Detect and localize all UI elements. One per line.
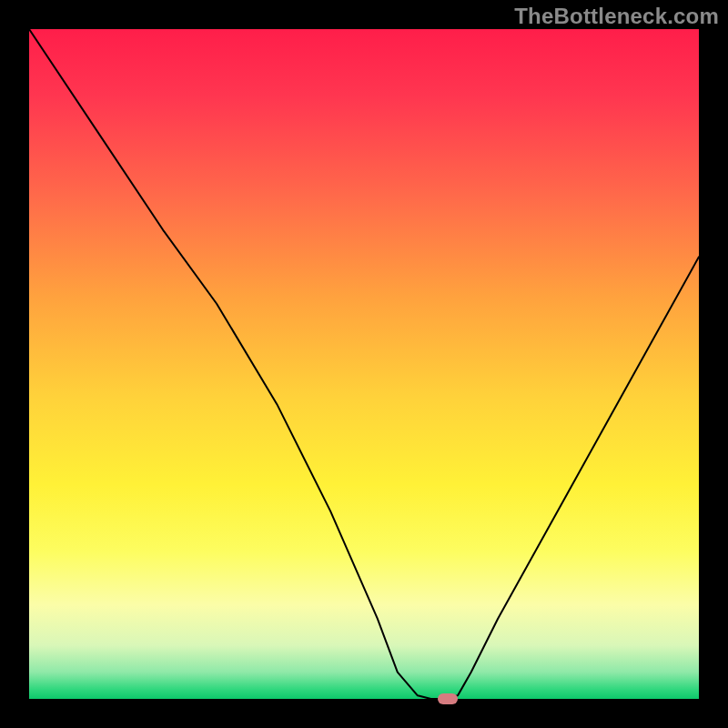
background-gradient	[29, 29, 699, 699]
watermark-text: TheBottleneck.com	[514, 4, 719, 29]
svg-rect-0	[29, 29, 699, 699]
plot-area: #curvePath { stroke-width: 2px; }	[29, 29, 699, 699]
minimum-marker	[438, 693, 458, 704]
chart-frame: TheBottleneck.com #curvePath { stroke-wi…	[0, 0, 728, 728]
